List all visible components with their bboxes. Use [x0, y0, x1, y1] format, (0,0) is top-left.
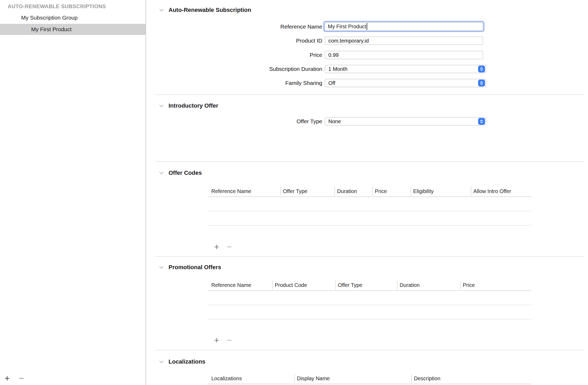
column-header[interactable]: Display Name	[294, 374, 411, 383]
offer-type-select[interactable]: None	[325, 117, 486, 126]
reference-name-value: My First Product	[328, 24, 366, 30]
text-cursor	[367, 23, 367, 30]
section-divider	[156, 161, 585, 162]
column-header[interactable]: Allow Intro Offer	[471, 187, 531, 196]
remove-offer-code-button[interactable]: −	[225, 242, 234, 251]
section-introductory-offer: Introductory Offer	[158, 102, 218, 110]
localizations-table: Localizations Display Name Description	[208, 373, 531, 385]
section-title: Localizations	[169, 358, 205, 365]
section-divider	[156, 350, 585, 350]
offer-type-label: Offer Type	[147, 117, 322, 126]
add-product-button[interactable]: +	[3, 374, 12, 383]
section-offer-codes: Offer Codes	[158, 169, 202, 177]
localizations-table-header: Localizations Display Name Description	[208, 373, 531, 384]
table-empty-row	[208, 291, 531, 305]
section-auto-renewable-subscription: Auto-Renewable Subscription	[158, 6, 251, 14]
section-title: Introductory Offer	[169, 102, 218, 109]
editor-pane: Auto-Renewable Subscription Reference Na…	[147, 0, 588, 385]
section-localizations: Localizations	[158, 358, 205, 366]
reference-name-field-focus-ring: My First Product	[323, 21, 484, 32]
sidebar-group-header: AUTO-RENEWABLE SUBSCRIPTIONS	[8, 3, 106, 10]
column-header[interactable]: Offer Type	[280, 187, 334, 196]
subscription-duration-select[interactable]: 1 Month	[325, 65, 486, 73]
chevron-down-icon[interactable]	[158, 264, 165, 271]
table-empty-row	[208, 305, 531, 319]
column-header[interactable]: Product Code	[272, 281, 335, 290]
subscription-duration-label: Subscription Duration	[147, 65, 322, 73]
column-header[interactable]: Price	[372, 187, 410, 196]
column-header[interactable]: Duration	[397, 281, 460, 290]
price-input[interactable]: 0.99	[325, 51, 483, 59]
column-header[interactable]: Eligibility	[410, 187, 471, 196]
column-header[interactable]: Offer Type	[335, 281, 397, 290]
family-sharing-select[interactable]: Off	[325, 79, 486, 87]
popup-stepper-icon	[478, 80, 485, 86]
column-header[interactable]: Localizations	[208, 374, 294, 383]
offer-codes-actions: + −	[212, 241, 234, 253]
sidebar-footer: + −	[3, 372, 26, 384]
chevron-down-icon[interactable]	[158, 103, 165, 109]
sidebar: AUTO-RENEWABLE SUBSCRIPTIONS My Subscrip…	[0, 0, 146, 385]
reference-name-label: Reference Name	[147, 22, 322, 31]
section-title: Auto-Renewable Subscription	[169, 7, 251, 13]
product-id-input[interactable]: com.temporary.id	[325, 36, 483, 45]
section-title: Offer Codes	[169, 169, 202, 176]
column-header[interactable]: Price	[460, 281, 531, 290]
column-header[interactable]: Reference Name	[208, 281, 272, 290]
section-promotional-offers: Promotional Offers	[158, 263, 221, 271]
table-empty-row	[208, 197, 531, 211]
product-id-label: Product ID	[147, 36, 322, 45]
promotional-offers-actions: + −	[212, 334, 234, 346]
offer-codes-table: Reference Name Offer Type Duration Price…	[208, 186, 531, 226]
chevron-down-icon[interactable]	[158, 7, 165, 13]
price-label: Price	[147, 51, 322, 59]
remove-promotional-offer-button[interactable]: −	[225, 336, 234, 345]
subscription-duration-value: 1 Month	[328, 66, 347, 72]
add-offer-code-button[interactable]: +	[212, 242, 221, 251]
family-sharing-value: Off	[328, 80, 335, 86]
offer-type-value: None	[328, 118, 341, 125]
popup-stepper-icon	[478, 118, 485, 125]
popup-stepper-icon	[478, 66, 485, 72]
promotional-offers-table-header: Reference Name Product Code Offer Type D…	[208, 280, 531, 291]
section-divider	[156, 256, 585, 257]
chevron-down-icon[interactable]	[158, 359, 165, 365]
chevron-down-icon[interactable]	[158, 170, 165, 176]
add-promotional-offer-button[interactable]: +	[212, 336, 221, 345]
column-header[interactable]: Description	[411, 374, 531, 383]
section-title: Promotional Offers	[169, 264, 221, 271]
storekit-config-window: AUTO-RENEWABLE SUBSCRIPTIONS My Subscrip…	[0, 0, 588, 385]
remove-product-button[interactable]: −	[17, 374, 26, 383]
sidebar-item-label: My Subscription Group	[21, 15, 78, 21]
offer-codes-table-header: Reference Name Offer Type Duration Price…	[208, 186, 531, 197]
sidebar-item-subscription-group[interactable]: My Subscription Group	[0, 12, 146, 23]
family-sharing-label: Family Sharing	[147, 79, 322, 87]
column-header[interactable]: Duration	[334, 187, 372, 196]
section-divider	[156, 94, 585, 95]
sidebar-item-label: My First Product	[31, 26, 72, 33]
sidebar-item-first-product[interactable]: My First Product	[0, 24, 146, 35]
table-empty-row	[208, 211, 531, 226]
reference-name-input[interactable]: My First Product	[325, 22, 483, 31]
column-header[interactable]: Reference Name	[208, 187, 280, 196]
promotional-offers-table: Reference Name Product Code Offer Type D…	[208, 280, 531, 319]
